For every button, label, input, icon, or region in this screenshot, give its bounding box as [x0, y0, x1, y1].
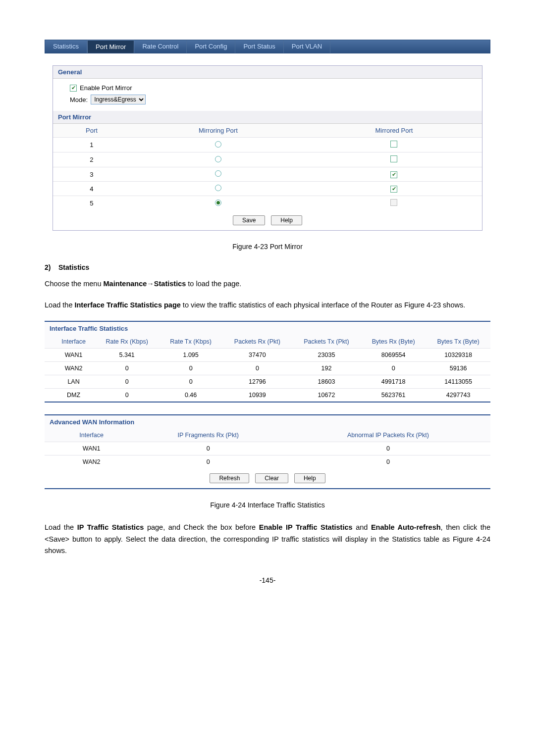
cell: WAN2 — [45, 362, 95, 375]
col-header: Rate Rx (Kbps) — [95, 335, 159, 349]
col-header: Interface — [45, 335, 95, 349]
cell: 0 — [361, 362, 426, 375]
table-row: WAN100 — [45, 442, 490, 455]
col-header: Interface — [45, 429, 130, 442]
figure-caption-1: Figure 4-23 Port Mirror — [45, 243, 490, 251]
mirrored-checkbox — [390, 199, 397, 206]
mirrored-checkbox[interactable] — [390, 171, 397, 178]
cell: WAN1 — [45, 349, 95, 362]
cell: 0 — [95, 389, 159, 402]
tab-port-vlan[interactable]: Port VLAN — [284, 40, 330, 53]
table-row: LAN001279618603499171814113055 — [45, 375, 490, 389]
enable-port-mirror-label: Enable Port Mirror — [80, 84, 132, 92]
advanced-wan-panel: Advanced WAN Information InterfaceIP Fra… — [45, 414, 490, 489]
tab-port-status[interactable]: Port Status — [235, 40, 283, 53]
cell: 1.095 — [159, 349, 222, 362]
port-mirror-table: Port Mirroring Port Mirrored Port 12345 — [53, 124, 482, 210]
port-cell: 1 — [53, 138, 130, 152]
cell: 5623761 — [361, 389, 426, 402]
clear-button[interactable]: Clear — [255, 473, 288, 483]
save-button[interactable]: Save — [233, 215, 265, 225]
table-row: WAN2000192059136 — [45, 362, 490, 375]
cell: 0 — [95, 362, 159, 375]
col-header: IP Fragments Rx (Pkt) — [130, 429, 286, 442]
cell: 192 — [292, 362, 361, 375]
mirroring-radio[interactable] — [215, 156, 221, 162]
col-header: Bytes Tx (Byte) — [426, 335, 490, 349]
port-mirror-panel: General Enable Port Mirror Mode: Ingress… — [53, 65, 482, 231]
its-heading: Interface Traffic Statistics — [45, 322, 490, 335]
mirroring-radio[interactable] — [215, 170, 221, 177]
cell: 0 — [286, 442, 490, 455]
mode-label: Mode: — [70, 96, 88, 103]
help-button-2[interactable]: Help — [294, 473, 325, 483]
mirroring-radio[interactable] — [215, 141, 221, 148]
table-row: 5 — [53, 196, 482, 211]
tab-rate-control[interactable]: Rate Control — [134, 40, 187, 53]
table-row: WAN15.3411.0953747023035806955410329318 — [45, 349, 490, 362]
cell: 10939 — [222, 389, 292, 402]
help-button[interactable]: Help — [271, 215, 302, 225]
col-header: Packets Tx (Pkt) — [292, 335, 361, 349]
cell: 10672 — [292, 389, 361, 402]
table-row: WAN200 — [45, 455, 490, 469]
mirroring-radio[interactable] — [215, 200, 221, 206]
refresh-button[interactable]: Refresh — [210, 473, 249, 483]
cell: 0 — [159, 362, 222, 375]
port-mirror-heading: Port Mirror — [53, 111, 482, 124]
general-heading: General — [53, 66, 482, 79]
mirroring-radio[interactable] — [215, 185, 221, 191]
cell: 5.341 — [95, 349, 159, 362]
port-cell: 3 — [53, 167, 130, 182]
mirrored-checkbox[interactable] — [390, 155, 397, 162]
cell: 14113055 — [426, 375, 490, 389]
tab-port-mirror[interactable]: Port Mirror — [87, 40, 134, 53]
awi-heading: Advanced WAN Information — [45, 415, 490, 429]
cell: 0.46 — [159, 389, 222, 402]
its-table: InterfaceRate Rx (Kbps)Rate Tx (Kbps)Pac… — [45, 335, 490, 402]
col-header: Rate Tx (Kbps) — [159, 335, 222, 349]
cell: 0 — [286, 455, 490, 469]
mirrored-checkbox[interactable] — [390, 186, 397, 193]
cell: 59136 — [426, 362, 490, 375]
tab-port-config[interactable]: Port Config — [187, 40, 235, 53]
tab-statistics[interactable]: Statistics — [45, 40, 87, 53]
cell: DMZ — [45, 389, 95, 402]
port-cell: 2 — [53, 152, 130, 167]
page-number: -145- — [45, 576, 490, 584]
awi-table: InterfaceIP Fragments Rx (Pkt)Abnormal I… — [45, 429, 490, 468]
cell: 4991718 — [361, 375, 426, 389]
col-header: Abnormal IP Packets Rx (Pkt) — [286, 429, 490, 442]
mirrored-checkbox[interactable] — [390, 141, 397, 148]
paragraph-1: Choose the menu Maintenance→Statistics t… — [45, 278, 490, 290]
table-row: 2 — [53, 152, 482, 167]
col-port: Port — [53, 124, 130, 138]
port-cell: 4 — [53, 182, 130, 196]
table-row: 3 — [53, 167, 482, 182]
mode-select[interactable]: Ingress&Egress — [91, 95, 146, 104]
cell: LAN — [45, 375, 95, 389]
cell: 12796 — [222, 375, 292, 389]
cell: 8069554 — [361, 349, 426, 362]
col-mirrored: Mirrored Port — [306, 124, 482, 138]
cell: 18603 — [292, 375, 361, 389]
table-row: 1 — [53, 138, 482, 152]
enable-port-mirror-checkbox[interactable] — [70, 85, 77, 92]
col-header: Packets Rx (Pkt) — [222, 335, 292, 349]
paragraph-2: Load the Interface Traffic Statistics pa… — [45, 300, 490, 311]
figure-caption-2: Figure 4-24 Interface Traffic Statistics — [45, 501, 490, 509]
cell: WAN1 — [45, 442, 130, 455]
col-mirroring: Mirroring Port — [130, 124, 306, 138]
cell: 37470 — [222, 349, 292, 362]
tab-bar: Statistics Port Mirror Rate Control Port… — [45, 40, 490, 53]
col-header: Bytes Rx (Byte) — [361, 335, 426, 349]
section-heading: 2) Statistics — [45, 263, 490, 271]
cell: 4297743 — [426, 389, 490, 402]
cell: WAN2 — [45, 455, 130, 469]
port-cell: 5 — [53, 196, 130, 211]
cell: 0 — [130, 455, 286, 469]
cell: 23035 — [292, 349, 361, 362]
interface-traffic-stats-panel: Interface Traffic Statistics InterfaceRa… — [45, 321, 490, 403]
table-row: 4 — [53, 182, 482, 196]
table-row: DMZ00.46109391067256237614297743 — [45, 389, 490, 402]
